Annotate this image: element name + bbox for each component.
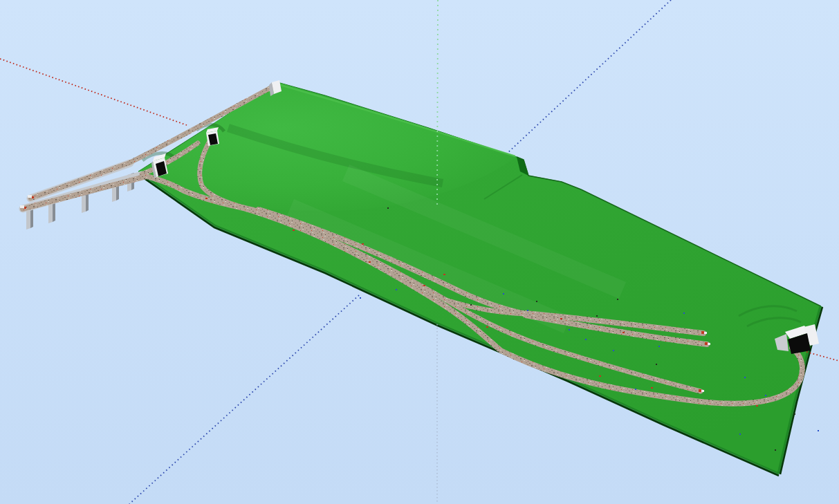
viewport-canvas[interactable]: [0, 0, 839, 504]
model-viewport[interactable]: [0, 0, 839, 504]
tunnel-portal-upper[interactable]: [206, 127, 219, 146]
